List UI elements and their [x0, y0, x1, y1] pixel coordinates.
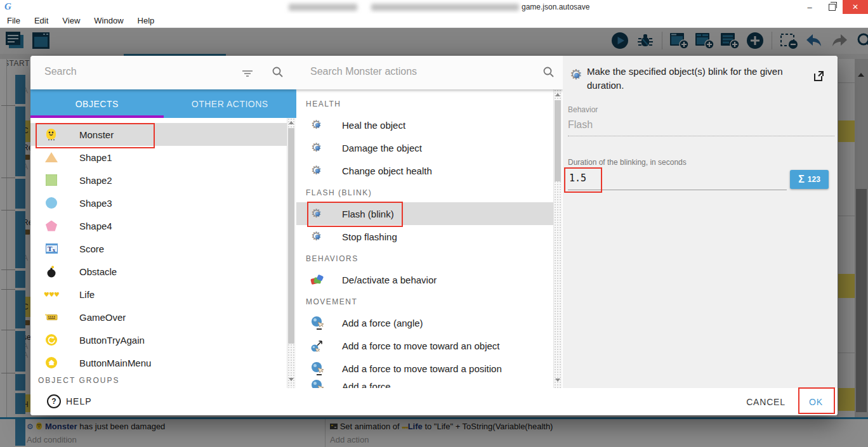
expression-123-label: 123	[808, 175, 820, 184]
object-label: ButtonTryAgain	[79, 335, 145, 346]
circle-icon	[43, 197, 60, 209]
object-search-input[interactable]	[43, 65, 204, 78]
monster-icon	[43, 128, 60, 141]
redacted-title-text	[289, 4, 357, 11]
action-label: Flash (blink)	[342, 209, 394, 219]
dialog-footer: ? HELP CANCEL OK	[30, 388, 838, 415]
scrollbar-thumb[interactable]	[288, 128, 294, 344]
scroll-up-arrow[interactable]	[555, 93, 560, 96]
menu-window[interactable]: Window	[94, 16, 123, 25]
minimize-button[interactable]: –	[798, 0, 821, 14]
object-item-shape3[interactable]: Shape3	[30, 191, 287, 214]
object-item-buttonmainmenu[interactable]: ButtonMainMenu	[30, 351, 287, 374]
object-label: Shape3	[79, 198, 112, 209]
input-underline	[568, 190, 787, 190]
object-item-shape2[interactable]: Shape2	[30, 169, 287, 191]
action-item-flash-blink-[interactable]: ⚙Flash (blink)	[296, 202, 553, 225]
action-search-card	[296, 56, 563, 89]
force-icon	[309, 379, 326, 389]
action-list-column: HEALTH⚙Heal the object⚙Damage the object…	[296, 56, 563, 388]
triangle-icon	[43, 152, 60, 162]
object-label: Score	[79, 243, 104, 254]
action-label: Add a force	[342, 381, 391, 389]
object-item-gameover[interactable]: GameOver	[30, 306, 287, 328]
restore-button[interactable]	[821, 0, 843, 14]
retry-icon	[43, 334, 60, 346]
gdevelop-logo: G	[4, 1, 11, 12]
object-groups-header: OBJECT GROUPS	[38, 376, 119, 385]
menu-file[interactable]: File	[7, 16, 20, 25]
object-item-shape1[interactable]: Shape1	[30, 146, 287, 169]
tab-other-actions[interactable]: OTHER ACTIONS	[164, 89, 297, 118]
help-button[interactable]: ? HELP	[43, 394, 96, 409]
object-item-shape4[interactable]: Shape4	[30, 214, 287, 237]
scroll-up-arrow[interactable]	[289, 121, 294, 124]
search-icon	[542, 66, 555, 81]
pentagon-icon	[43, 221, 60, 231]
scroll-down-arrow[interactable]	[289, 378, 294, 381]
help-icon: ?	[47, 394, 61, 408]
bomb-icon	[43, 266, 60, 278]
square-icon	[43, 174, 60, 186]
restore-icon	[829, 4, 836, 11]
object-item-monster[interactable]: Monster	[30, 123, 287, 146]
gear-icon: ⚙	[309, 118, 326, 132]
ok-button[interactable]: OK	[801, 393, 831, 411]
svg-text:T: T	[48, 245, 53, 252]
search-icon	[272, 66, 284, 81]
object-label: Shape4	[79, 221, 112, 231]
action-item-add-a-force-to-move-toward-an-object[interactable]: Add a force to move toward an object	[296, 334, 553, 357]
action-label: Stop flashing	[342, 231, 397, 242]
object-item-life[interactable]: ♥♥♥Life	[30, 283, 287, 306]
menu-help[interactable]: Help	[138, 16, 155, 25]
gear-icon: ⚙	[309, 141, 326, 155]
object-item-obstacle[interactable]: Obstacle	[30, 260, 287, 283]
gear-icon: ⚙	[309, 230, 326, 243]
force-icon	[309, 361, 326, 376]
object-tabs: OBJECTS OTHER ACTIONS	[30, 89, 296, 118]
external-link-icon[interactable]	[812, 70, 825, 85]
action-label: Change object health	[342, 165, 432, 176]
hearts-icon: ♥♥♥	[43, 291, 60, 298]
redacted-title-path	[371, 4, 519, 11]
object-label: Monster	[79, 129, 114, 140]
minimize-icon: –	[807, 3, 812, 12]
action-label: Add a force to move toward an object	[342, 340, 499, 351]
cancel-button[interactable]: CANCEL	[740, 393, 792, 411]
action-label: Heal the object	[342, 120, 405, 131]
object-item-buttontryagain[interactable]: ButtonTryAgain	[30, 328, 287, 351]
window-title: game.json.autosave	[522, 3, 589, 11]
text-icon: Tx	[43, 243, 60, 254]
object-label: GameOver	[79, 312, 126, 323]
tab-objects[interactable]: OBJECTS	[30, 89, 164, 118]
action-item-stop-flashing[interactable]: ⚙Stop flashing	[296, 225, 553, 248]
action-item-add-a-force[interactable]: Add a force	[296, 375, 553, 388]
expression-editor-button[interactable]: Σ 123	[790, 170, 829, 189]
scrollbar-thumb[interactable]	[555, 100, 561, 181]
filter-icon[interactable]	[242, 68, 253, 80]
object-label: Shape1	[79, 152, 112, 163]
close-button[interactable]: ✕	[843, 0, 868, 14]
action-list-scrollbar[interactable]	[553, 89, 562, 388]
duration-field-label: Duration of the blinking, in seconds	[568, 158, 687, 167]
menubar: File Edit View Window Help	[0, 14, 868, 28]
section-header-flash-blink-: FLASH (BLINK)	[306, 182, 372, 202]
object-item-score[interactable]: TxScore	[30, 237, 287, 260]
action-search-input[interactable]	[309, 65, 470, 78]
menu-view[interactable]: View	[62, 16, 80, 25]
action-label: Add a force to move toward a position	[342, 363, 502, 374]
menu-edit[interactable]: Edit	[34, 16, 48, 25]
object-search-card	[30, 56, 296, 89]
object-list-scrollbar[interactable]	[287, 118, 296, 388]
force-icon	[309, 316, 326, 330]
instruction-editor-dialog: OBJECTS OTHER ACTIONS MonsterShape1Shape…	[30, 56, 838, 415]
scroll-down-arrow[interactable]	[555, 379, 560, 382]
action-item-heal-the-object[interactable]: ⚙Heal the object	[296, 113, 553, 136]
section-header-movement: MOVEMENT	[306, 291, 357, 311]
action-item-add-a-force-angle-[interactable]: Add a force (angle)	[296, 311, 553, 334]
duration-input[interactable]	[568, 172, 647, 185]
action-item-de-activate-a-behavior[interactable]: De/activate a behavior	[296, 268, 553, 291]
action-item-damage-the-object[interactable]: ⚙Damage the object	[296, 136, 553, 159]
object-label: ButtonMainMenu	[79, 358, 151, 368]
action-item-change-object-health[interactable]: ⚙Change object health	[296, 159, 553, 182]
